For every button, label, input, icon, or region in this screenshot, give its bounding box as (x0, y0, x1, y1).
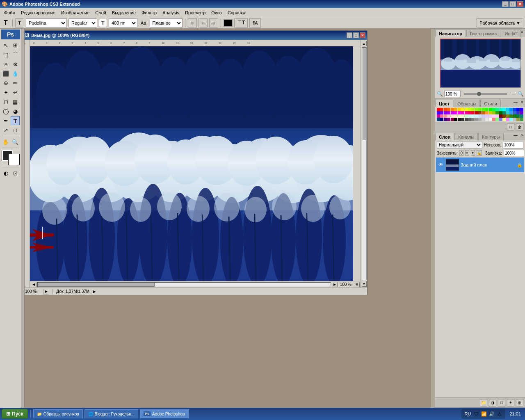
swatch[interactable] (485, 114, 488, 118)
gradient-tool[interactable]: ▦ (11, 97, 20, 106)
tab-swatches[interactable]: Образцы (454, 100, 480, 107)
tab-channels[interactable]: Каналы (454, 133, 478, 140)
swatch[interactable] (482, 118, 485, 121)
brush-tool[interactable]: ✏ (11, 78, 20, 87)
align-left-button[interactable]: ≡ (188, 18, 197, 27)
swatch[interactable] (492, 111, 495, 114)
swatch[interactable] (495, 108, 499, 111)
add-mask-button[interactable]: □ (498, 399, 505, 406)
swatch[interactable] (451, 114, 454, 118)
menu-image[interactable]: Изображение (59, 9, 92, 16)
magic-wand-tool[interactable]: ✳ (1, 59, 10, 68)
spot-healing-tool[interactable]: ⊕ (1, 78, 10, 87)
swatch[interactable] (447, 118, 450, 121)
pen-tool[interactable]: ✒ (1, 116, 10, 125)
character-panel-button[interactable]: ¶A (249, 18, 260, 27)
history-brush-tool[interactable]: ↩ (11, 88, 20, 97)
taskbar-item-blogger[interactable]: 🌐 Blogger: Рукодельн... (84, 409, 139, 418)
swatch[interactable] (478, 111, 482, 114)
start-button[interactable]: ⊞ Пуск (2, 409, 28, 419)
swatch[interactable] (499, 118, 502, 121)
swatch[interactable] (444, 114, 447, 118)
hand-tool[interactable]: ✋ (1, 137, 10, 146)
swatch[interactable] (520, 111, 523, 114)
swatch[interactable] (454, 111, 457, 114)
text-tool-icon[interactable]: T (2, 19, 10, 27)
new-layer-group-button[interactable]: 📁 (480, 399, 487, 406)
nav-zoom-input[interactable] (444, 91, 461, 97)
tray-notify-icon[interactable]: ⚠ (496, 411, 503, 417)
swatch[interactable] (509, 118, 513, 121)
path-selection-tool[interactable]: ↗ (1, 126, 10, 135)
swatch[interactable] (447, 108, 450, 111)
close-button[interactable]: ✕ (517, 1, 523, 7)
swatch[interactable] (502, 111, 506, 114)
blend-mode-select[interactable]: Нормальный (437, 141, 482, 148)
swatch[interactable] (444, 111, 447, 114)
swatch[interactable] (482, 114, 485, 118)
menu-layer[interactable]: Слой (93, 9, 109, 16)
minimize-button[interactable]: _ (502, 1, 509, 7)
swatch[interactable] (461, 111, 464, 114)
nav-zoom-slider[interactable] (464, 93, 507, 95)
maximize-button[interactable]: □ (509, 1, 516, 7)
swatch[interactable] (506, 111, 509, 114)
tab-styles[interactable]: Стили (480, 100, 501, 107)
swatch[interactable] (458, 114, 461, 118)
fill-input[interactable] (504, 150, 524, 156)
new-swatch-button[interactable]: □ (507, 123, 514, 131)
marquee-tool[interactable]: ⬚ (1, 50, 10, 59)
swatch[interactable] (485, 111, 488, 114)
tab-navigator[interactable]: Навигатор (435, 30, 466, 37)
background-color[interactable] (9, 154, 19, 165)
swatch[interactable] (440, 111, 443, 114)
align-right-button[interactable]: ≡ (209, 18, 218, 27)
artboard-tool[interactable]: ⊞ (11, 41, 20, 50)
panel-handle[interactable] (431, 29, 435, 408)
swatch[interactable] (520, 108, 523, 111)
dodge-tool[interactable]: ◕ (11, 107, 20, 116)
swatch[interactable] (495, 111, 499, 114)
shape-tool[interactable]: □ (11, 126, 20, 135)
tray-security-icon[interactable]: 🛡 (473, 411, 479, 417)
scroll-right-button[interactable]: ▶ (332, 282, 338, 287)
swatch[interactable] (447, 111, 450, 114)
swatch[interactable] (454, 118, 457, 121)
lock-all-button[interactable]: 🔒 (477, 150, 482, 156)
aa-mode-select[interactable]: Плавное (150, 18, 183, 27)
swatch[interactable] (465, 108, 468, 111)
taskbar-item-samples[interactable]: 📁 Образцы рисунков (33, 409, 83, 418)
swatch[interactable] (489, 108, 492, 111)
title-bar-controls[interactable]: _ □ ✕ (502, 1, 523, 7)
font-family-select[interactable]: Pudelina (26, 18, 67, 27)
workspace-button[interactable]: Рабочая область ▼ (477, 18, 523, 27)
lang-indicator[interactable]: RU (464, 411, 472, 416)
swatch[interactable] (502, 118, 506, 121)
tab-histogram[interactable]: Гистограмма (466, 30, 501, 37)
horizontal-scrollbar[interactable]: ◀ ▶ 100 % ⊕ (30, 281, 361, 288)
swatch[interactable] (440, 114, 443, 118)
image-content[interactable]: 012345678910 012345678910111213141516 (23, 40, 367, 288)
hscroll-track[interactable] (37, 282, 331, 287)
swatch[interactable] (468, 114, 471, 118)
zoom-indicator[interactable]: ⊕ (354, 282, 360, 287)
swatch[interactable] (451, 108, 454, 111)
swatch[interactable] (468, 118, 471, 121)
vscroll-thumb[interactable] (362, 48, 366, 140)
lock-position-button[interactable]: ✦ (471, 150, 475, 156)
swatch[interactable] (440, 118, 443, 121)
lock-image-button[interactable]: ✏ (465, 150, 469, 156)
swatch[interactable] (489, 114, 492, 118)
swatch[interactable] (485, 108, 488, 111)
navigator-close-button[interactable]: » (521, 30, 523, 34)
scroll-up-button[interactable]: ▲ (362, 41, 367, 46)
swatch[interactable] (458, 111, 461, 114)
swatch[interactable] (451, 111, 454, 114)
menu-select[interactable]: Выделение (110, 9, 138, 16)
color-collapse-button[interactable]: — (514, 100, 518, 104)
swatch[interactable] (516, 118, 520, 121)
crop-tool[interactable]: ⬛ (1, 69, 10, 78)
swatch[interactable] (506, 118, 509, 121)
swatch[interactable] (506, 108, 509, 111)
new-fill-layer-button[interactable]: ◑ (489, 399, 496, 406)
